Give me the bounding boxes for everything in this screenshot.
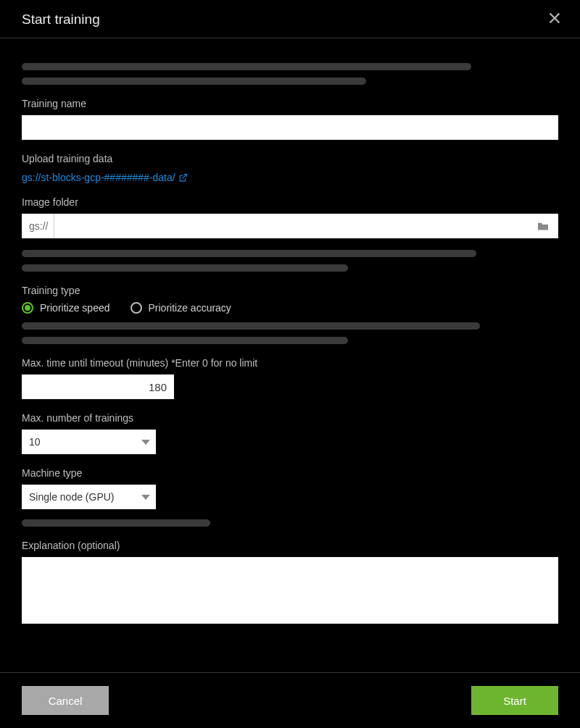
redacted-text xyxy=(22,63,471,70)
close-icon[interactable] xyxy=(544,10,566,29)
image-folder-input-group: gs:// xyxy=(22,214,558,238)
external-link-icon xyxy=(178,173,188,183)
timeout-label: Max. time until timeout (minutes) *Enter… xyxy=(22,357,558,369)
max-trainings-select[interactable]: 10 xyxy=(22,430,156,454)
dialog-footer: Cancel Start xyxy=(0,672,580,728)
chevron-down-icon xyxy=(141,440,150,445)
start-button[interactable]: Start xyxy=(471,686,558,715)
image-folder-prefix: gs:// xyxy=(22,214,54,238)
dialog-body: Training name Upload training data gs://… xyxy=(0,38,580,672)
redacted-text xyxy=(22,78,366,85)
training-type-label: Training type xyxy=(22,285,558,296)
radio-icon xyxy=(22,302,33,314)
training-name-input[interactable] xyxy=(22,115,558,140)
training-type-radio-group: Prioritize speed Prioritize accuracy xyxy=(22,302,558,314)
radio-prioritize-speed[interactable]: Prioritize speed xyxy=(22,302,110,314)
redacted-text xyxy=(22,337,348,344)
dialog-header: Start training xyxy=(0,0,580,38)
dialog-title: Start training xyxy=(22,12,100,28)
machine-type-select[interactable]: Single node (GPU) xyxy=(22,485,156,509)
max-trainings-label: Max. number of trainings xyxy=(22,412,558,424)
explanation-textarea[interactable] xyxy=(22,557,558,624)
timeout-input-wrap xyxy=(22,375,152,399)
radio-icon xyxy=(130,302,142,314)
image-folder-label: Image folder xyxy=(22,196,558,208)
radio-label: Prioritize accuracy xyxy=(149,302,231,314)
upload-data-link-text: gs://st-blocks-gcp-########-data/ xyxy=(22,172,175,183)
redacted-text xyxy=(22,250,476,257)
upload-data-link[interactable]: gs://st-blocks-gcp-########-data/ xyxy=(22,172,188,183)
upload-data-label: Upload training data xyxy=(22,153,558,164)
folder-icon[interactable] xyxy=(528,221,558,231)
redacted-text xyxy=(22,322,480,330)
redacted-text xyxy=(22,519,210,527)
explanation-label: Explanation (optional) xyxy=(22,540,558,551)
select-value: Single node (GPU) xyxy=(29,491,115,503)
redacted-text xyxy=(22,264,348,272)
select-value: 10 xyxy=(29,436,41,448)
machine-type-label: Machine type xyxy=(22,467,558,479)
timeout-input[interactable] xyxy=(22,375,174,399)
start-training-dialog: Start training Training name Upload trai… xyxy=(0,0,580,728)
chevron-down-icon xyxy=(141,495,150,500)
image-folder-input[interactable] xyxy=(54,214,528,238)
quantity-stepper xyxy=(174,375,176,399)
training-name-label: Training name xyxy=(22,98,558,109)
cancel-button[interactable]: Cancel xyxy=(22,686,109,715)
radio-prioritize-accuracy[interactable]: Prioritize accuracy xyxy=(130,302,231,314)
radio-label: Prioritize speed xyxy=(40,302,110,314)
